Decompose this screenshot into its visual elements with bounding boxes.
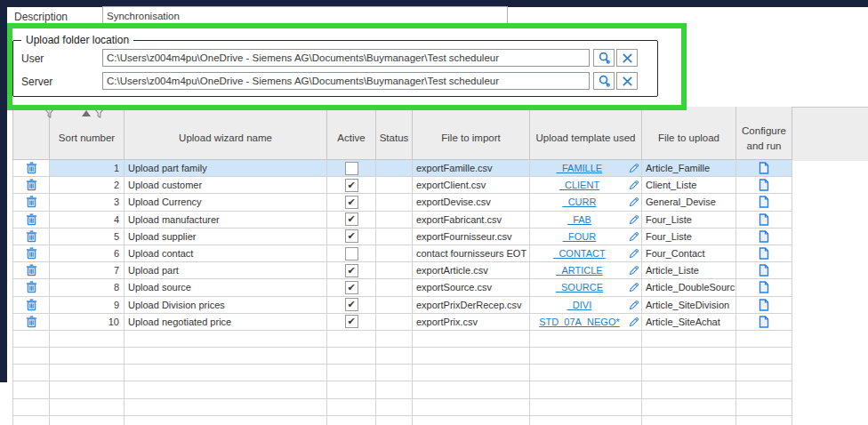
empty-table-row[interactable] (12, 416, 792, 425)
column-filter-dropdown-icon[interactable] (363, 110, 373, 118)
active-checkbox[interactable]: ✔ (345, 281, 358, 294)
template-link[interactable]: STD_07A_NEGO* (539, 317, 619, 327)
col-header-status[interactable]: Status (376, 107, 413, 160)
table-row[interactable]: 6 Upload contact contact fournisseurs EO… (12, 245, 792, 262)
trash-icon[interactable] (26, 196, 37, 208)
trash-icon[interactable] (26, 299, 37, 311)
table-row[interactable]: 9 Upload Division prices ✔ exportPrixDer… (12, 297, 792, 314)
empty-table-row[interactable] (12, 331, 792, 348)
active-checkbox[interactable]: ✔ (345, 179, 358, 192)
configure-run-icon[interactable] (759, 281, 769, 293)
trash-icon[interactable] (26, 179, 37, 191)
active-cell[interactable]: ✔ (327, 177, 376, 194)
trash-icon[interactable] (26, 281, 37, 293)
description-input[interactable]: Synchronisation (102, 6, 508, 26)
pencil-edit-icon[interactable] (629, 248, 639, 259)
pencil-edit-icon[interactable] (629, 282, 639, 293)
col-header-configure[interactable]: Configure and run (736, 107, 792, 160)
template-link[interactable]: _CONTACT (553, 248, 605, 259)
delete-cell[interactable] (12, 160, 50, 177)
configure-cell[interactable] (736, 229, 792, 245)
configure-run-icon[interactable] (759, 299, 769, 311)
table-row[interactable]: 7 Upload part ✔ exportArticle.csv _ARTIC… (12, 262, 792, 279)
empty-table-row[interactable] (12, 399, 792, 416)
empty-table-row[interactable] (12, 381, 792, 398)
delete-cell[interactable] (12, 245, 50, 262)
active-cell[interactable]: ✔ (327, 279, 376, 296)
active-checkbox[interactable]: ✔ (345, 229, 358, 243)
col-header-file-to-import[interactable]: File to import (413, 107, 530, 160)
table-row[interactable]: 3 Upload Currency ✔ exportDevise.csv _CU… (12, 194, 792, 211)
user-folder-input[interactable]: C:\Users\z004m4pu\OneDrive - Siemens AG\… (102, 49, 590, 67)
configure-cell[interactable] (736, 194, 792, 211)
table-row[interactable]: 2 Upload customer ✔ exportClient.csv _CL… (12, 177, 792, 194)
configure-run-icon[interactable] (759, 179, 769, 191)
active-checkbox[interactable]: ✔ (345, 315, 358, 328)
active-checkbox[interactable] (345, 162, 358, 175)
active-cell[interactable]: ✔ (327, 314, 376, 331)
active-cell[interactable]: ✔ (327, 212, 376, 229)
pencil-edit-icon[interactable] (629, 163, 639, 173)
empty-table-row[interactable] (12, 348, 792, 365)
delete-cell[interactable] (12, 229, 50, 245)
server-folder-input[interactable]: C:\Users\z004m4pu\OneDrive - Siemens AG\… (102, 72, 590, 90)
pencil-edit-icon[interactable] (629, 317, 639, 327)
template-link[interactable]: _SOURCE (556, 282, 603, 293)
server-clear-button[interactable] (616, 72, 638, 90)
configure-run-icon[interactable] (759, 264, 769, 277)
configure-cell[interactable] (736, 262, 792, 279)
col-header-template[interactable]: Upload template used (530, 107, 642, 160)
active-checkbox[interactable]: ✔ (345, 298, 358, 311)
pencil-edit-icon[interactable] (629, 214, 639, 225)
table-row[interactable]: 5 Upload supplier ✔ exportFournisseur.cs… (12, 229, 792, 245)
template-link[interactable]: _FAB (567, 214, 591, 225)
user-browse-button[interactable] (593, 49, 615, 67)
delete-cell[interactable] (12, 262, 50, 279)
configure-cell[interactable] (736, 297, 792, 314)
active-cell[interactable]: ✔ (327, 229, 376, 245)
trash-icon[interactable] (26, 162, 37, 174)
active-cell[interactable] (327, 160, 376, 177)
active-cell[interactable]: ✔ (327, 297, 376, 314)
delete-cell[interactable] (12, 314, 50, 331)
pencil-edit-icon[interactable] (629, 196, 639, 207)
delete-cell[interactable] (12, 194, 50, 211)
configure-cell[interactable] (736, 245, 792, 262)
configure-cell[interactable] (736, 160, 792, 177)
delete-cell[interactable] (12, 297, 50, 314)
trash-icon[interactable] (26, 316, 37, 328)
template-link[interactable]: _CURR (563, 196, 597, 207)
trash-icon[interactable] (26, 264, 37, 277)
template-link[interactable]: _FAMILLE (557, 163, 602, 173)
table-row[interactable]: 1 Upload part family exportFamille.csv _… (12, 160, 792, 177)
table-row[interactable]: 4 Upload manufacturer ✔ exportFabricant.… (12, 212, 792, 229)
template-link[interactable]: _ARTICLE (556, 265, 602, 276)
configure-cell[interactable] (736, 314, 792, 331)
template-link[interactable]: _DIVI (567, 300, 592, 310)
configure-run-icon[interactable] (759, 162, 769, 174)
pencil-edit-icon[interactable] (629, 300, 639, 310)
table-row[interactable]: 10 Upload negotiated price ✔ exportPrix.… (12, 314, 792, 331)
sort-ascending-icon[interactable] (82, 110, 91, 116)
col-header-file-to-upload[interactable]: File to upload (642, 107, 736, 160)
delete-cell[interactable] (12, 212, 50, 229)
configure-run-icon[interactable] (759, 213, 769, 226)
template-link[interactable]: _CLIENT (559, 180, 599, 190)
server-browse-button[interactable] (593, 72, 615, 90)
configure-cell[interactable] (736, 212, 792, 229)
configure-run-icon[interactable] (759, 247, 769, 260)
active-checkbox[interactable]: ✔ (345, 264, 358, 277)
table-row[interactable]: 8 Upload source ✔ exportSource.csv _SOUR… (12, 279, 792, 296)
user-clear-button[interactable] (616, 49, 638, 67)
delete-cell[interactable] (12, 177, 50, 194)
configure-run-icon[interactable] (759, 230, 769, 243)
filter-funnel-icon[interactable] (94, 108, 104, 118)
col-header-wizard-name[interactable]: Upload wizard name (125, 107, 327, 160)
pencil-edit-icon[interactable] (629, 180, 639, 190)
active-cell[interactable] (327, 245, 376, 262)
pencil-edit-icon[interactable] (629, 231, 639, 242)
configure-cell[interactable] (736, 177, 792, 194)
delete-cell[interactable] (12, 279, 50, 296)
empty-table-row[interactable] (12, 365, 792, 381)
active-cell[interactable]: ✔ (327, 194, 376, 211)
